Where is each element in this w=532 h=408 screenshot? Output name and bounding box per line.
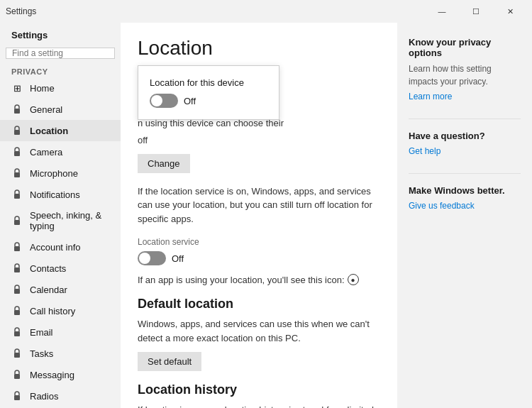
location-pin-icon: ● [348,274,359,285]
right-section-feedback: Make Windows better. Give us feedback [409,185,521,211]
sidebar-item-label: Account info [30,242,81,253]
speech-nav-icon [11,215,23,226]
default-location-title: Default location [138,297,380,311]
sidebar-item-location[interactable]: Location [0,120,121,141]
sidebar-item-account[interactable]: Account info [0,236,121,258]
sidebar-item-notifications[interactable]: Notifications [0,184,121,205]
right-question-title: Have a question? [409,131,521,141]
sidebar-item-camera[interactable]: Camera [0,141,121,162]
sidebar-item-label: General [30,104,62,115]
sidebar-item-callhistory[interactable]: Call history [0,300,121,321]
sidebar-item-label: Microphone [30,168,78,179]
svg-rect-8 [14,289,20,294]
svg-rect-13 [14,395,20,400]
tasks-nav-icon [11,348,23,359]
contacts-nav-icon [11,263,23,274]
device-location-toggle-label: Off [184,96,196,106]
page-title: Location [138,37,380,60]
set-default-button[interactable]: Set default [138,352,201,371]
location-service-toggle[interactable] [138,251,166,265]
svg-rect-12 [14,374,20,379]
right-panel: Know your privacy options Learn how this… [397,23,532,408]
main-body: n using this device can choose their off… [138,116,380,408]
privacy-label: Privacy [0,65,121,77]
sidebar-item-label: Notifications [30,189,80,200]
lock-icon [11,104,23,115]
sidebar-item-label: Tasks [30,348,53,359]
device-location-tooltip: Location for this device Off [138,65,279,120]
sidebar-item-tasks[interactable]: Tasks [0,343,121,364]
change-button[interactable]: Change [138,154,190,173]
tooltip-title: Location for this device [150,77,267,88]
window-controls: — ☐ ✕ [426,0,526,23]
sidebar: Settings Privacy ⊞ Home General Location… [0,23,121,408]
sidebar-item-label: Messaging [30,370,74,380]
sidebar-item-label: Calendar [30,285,67,295]
right-privacy-desc: Learn how this setting impacts your priv… [409,62,521,88]
sidebar-item-home[interactable]: ⊞ Home [0,77,121,99]
app-container: Settings Privacy ⊞ Home General Location… [0,23,532,408]
sidebar-item-contacts[interactable]: Contacts [0,258,121,279]
sidebar-item-email[interactable]: Email [0,321,121,343]
location-history-desc: If location is on, your location history… [138,403,380,408]
sidebar-item-label: Home [30,83,55,94]
device-location-toggle[interactable] [150,94,178,108]
calendar-nav-icon [11,284,23,295]
search-box[interactable] [6,48,115,59]
svg-rect-7 [14,268,20,272]
get-help-link[interactable]: Get help [409,146,440,156]
call-nav-icon [11,305,23,316]
right-section-privacy: Know your privacy options Learn how this… [409,37,521,101]
mic-nav-icon [11,167,23,179]
sidebar-item-label: Email [30,327,53,338]
sidebar-item-speech[interactable]: Speech, inking, & typing [0,205,121,236]
restore-button[interactable]: ☐ [460,0,492,23]
svg-rect-3 [14,172,20,177]
off-indicator: off [138,135,380,145]
svg-rect-2 [14,151,20,156]
sidebar-item-label: Location [30,126,68,136]
email-nav-icon [11,326,23,338]
account-nav-icon [11,241,23,253]
sidebar-item-microphone[interactable]: Microphone [0,162,121,184]
right-divider-1 [409,118,521,119]
main-content: Location Location for this device Off n … [121,23,397,408]
right-section-question: Have a question? Get help [409,131,521,156]
camera-nav-icon [11,146,23,158]
sidebar-item-general[interactable]: General [0,99,121,120]
svg-rect-9 [14,310,20,315]
give-feedback-link[interactable]: Give us feedback [409,201,475,211]
sidebar-item-label: Camera [30,147,62,158]
svg-rect-6 [14,246,20,251]
close-button[interactable]: ✕ [494,0,526,23]
app-title: Settings [6,6,36,16]
sidebar-item-label: Contacts [30,263,66,274]
location-service-label: Location service [138,237,380,247]
location-service-row: Off [138,251,380,265]
svg-rect-4 [14,194,20,199]
sidebar-item-radios[interactable]: Radios [0,385,121,407]
icon-hint: If an app is using your location, you'll… [138,274,380,285]
sidebar-item-label: Call history [30,306,75,316]
tooltip-toggle-row: Off [150,94,267,108]
location-nav-icon [11,125,23,136]
svg-rect-1 [14,130,20,135]
home-icon: ⊞ [11,82,23,94]
search-input[interactable] [12,48,109,58]
sidebar-title: Settings [0,26,121,46]
sidebar-item-label: Speech, inking, & typing [30,210,109,231]
svg-rect-0 [14,109,20,114]
learn-more-privacy-link[interactable]: Learn more [409,92,452,101]
minimize-button[interactable]: — [426,0,458,23]
radios-nav-icon [11,390,23,402]
svg-rect-11 [14,353,20,358]
right-feedback-title: Make Windows better. [409,185,521,196]
right-divider-2 [409,173,521,174]
location-info-text: If the location service is on, Windows, … [138,184,380,226]
sidebar-item-calendar[interactable]: Calendar [0,279,121,300]
sidebar-item-messaging[interactable]: Messaging [0,364,121,385]
svg-rect-10 [14,331,20,336]
right-privacy-title: Know your privacy options [409,37,521,58]
titlebar: Settings — ☐ ✕ [0,0,532,23]
sidebar-item-label: Radios [30,391,58,402]
